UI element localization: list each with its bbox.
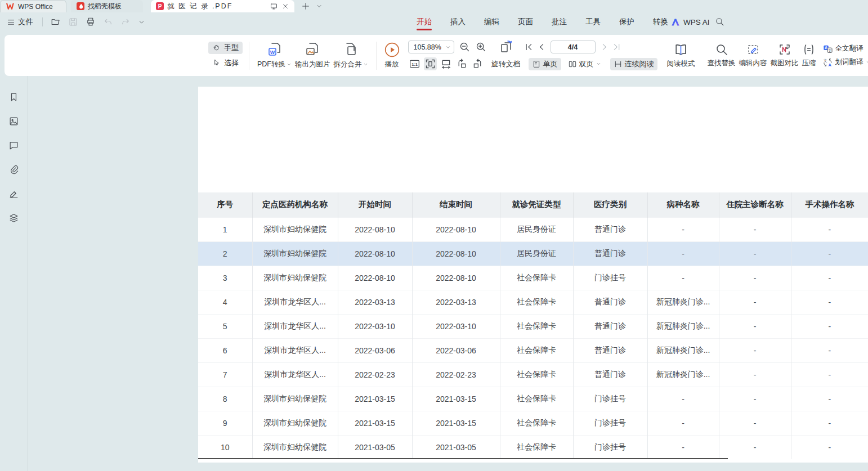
redo-button[interactable]: [119, 16, 132, 28]
next-page-button[interactable]: [599, 42, 609, 52]
table-cell: 2: [198, 241, 252, 266]
zoom-level-select[interactable]: 105.88%: [408, 41, 454, 53]
column-header: 医疗类别: [573, 192, 647, 217]
zoom-out-button[interactable]: [459, 41, 471, 53]
rotate-right-button[interactable]: [471, 57, 484, 70]
menu-page[interactable]: 页面: [517, 13, 534, 31]
table-cell: 2021-03-05: [338, 435, 412, 459]
table-cell: -: [719, 411, 791, 435]
hamburger-icon: [7, 18, 15, 26]
read-mode-button[interactable]: 阅读模式: [665, 43, 697, 69]
file-menu-button[interactable]: 文件: [5, 16, 35, 28]
rotate-document-button[interactable]: 旋转文档: [488, 58, 524, 70]
table-cell: 新冠肺炎门诊...: [647, 290, 719, 314]
table-cell: -: [719, 217, 791, 241]
edit-content-button[interactable]: 编辑内容: [737, 43, 769, 68]
fit-width-button[interactable]: [440, 57, 453, 70]
save-button[interactable]: [67, 16, 79, 28]
menu-protect[interactable]: 保护: [618, 13, 636, 31]
wps-ai-button[interactable]: WPS AI: [671, 12, 710, 32]
play-button[interactable]: 播放: [383, 42, 401, 69]
bookmarks-panel-button[interactable]: [7, 91, 20, 104]
menu-tools[interactable]: 工具: [584, 13, 602, 31]
window-tab-bar: WPS Office 找稻壳模板 P 就 医 记 录 .PDF: [0, 0, 868, 12]
table-cell: 2022-03-10: [412, 314, 500, 338]
column-header: 住院主诊断名称: [719, 192, 791, 217]
first-page-button[interactable]: [524, 42, 534, 52]
undo-button[interactable]: [102, 16, 114, 28]
ribbon-panel: 手型 选择 W PDF转换 输出为图片 拆分合并 播放: [5, 35, 868, 76]
new-tab-plus-icon[interactable]: [301, 2, 310, 11]
word-translate-button[interactable]: 文 A 划词翻译: [822, 57, 868, 68]
play-label: 播放: [385, 60, 399, 69]
layers-panel-button[interactable]: [7, 212, 20, 225]
find-replace-button[interactable]: 查找替换: [706, 43, 737, 68]
full-text-translate-button[interactable]: A 文 全文翻译: [822, 44, 868, 54]
table-cell: -: [719, 435, 791, 459]
table-cell: 普通门诊: [573, 241, 647, 266]
screenshot-compare-button[interactable]: 截图对比: [769, 43, 800, 68]
fit-page-button[interactable]: [424, 57, 437, 70]
table-cell: 深圳市妇幼保健院: [252, 435, 338, 459]
quickbar-chevron-icon[interactable]: [137, 17, 146, 27]
actual-size-button[interactable]: 1:1: [408, 57, 421, 70]
select-tool-button[interactable]: 选择: [208, 57, 243, 69]
table-cell: 深圳市龙华区人...: [252, 314, 338, 338]
table-cell: -: [647, 387, 719, 411]
export-image-button[interactable]: 输出为图片: [293, 42, 332, 69]
last-page-button[interactable]: [612, 42, 621, 52]
menu-row: 文件 开始 插入 编辑 页面 批注 工具 保护 转换 WPS AI: [0, 12, 868, 32]
main-menu: 开始 插入 编辑 页面 批注 工具 保护 转换: [415, 12, 669, 32]
thumbnails-panel-button[interactable]: [7, 115, 20, 128]
attachments-panel-button[interactable]: [7, 163, 20, 176]
full-translate-icon: A 文: [822, 44, 833, 54]
comments-panel-button[interactable]: [7, 139, 20, 152]
pdf-convert-button[interactable]: W PDF转换: [256, 42, 293, 69]
page-number-input[interactable]: 4/4: [551, 41, 596, 53]
table-cell: -: [647, 217, 719, 241]
table-cell: 2022-08-10: [412, 266, 500, 290]
close-tab-icon[interactable]: [281, 2, 289, 10]
hand-tool-button[interactable]: 手型: [208, 42, 243, 54]
menu-insert[interactable]: 插入: [449, 13, 467, 31]
svg-text:W: W: [270, 50, 275, 55]
rotate-left-button[interactable]: [455, 57, 468, 70]
table-cell: 2022-08-10: [412, 241, 500, 266]
column-header: 序号: [198, 192, 252, 217]
table-cell: 8: [198, 387, 252, 411]
open-file-button[interactable]: [50, 16, 62, 28]
compress-button[interactable]: 压缩: [800, 43, 818, 68]
monitor-icon[interactable]: [270, 2, 278, 11]
menu-edit[interactable]: 编辑: [483, 13, 500, 31]
rotate-document-icon[interactable]: [499, 40, 514, 54]
menu-home[interactable]: 开始: [415, 13, 433, 31]
split-merge-button[interactable]: 拆分合并: [332, 42, 370, 69]
print-button[interactable]: [84, 16, 97, 28]
table-cell: -: [647, 435, 719, 459]
table-cell: 深圳市妇幼保健院: [252, 387, 338, 411]
tab-label: 找稻壳模板: [88, 2, 122, 11]
previous-page-button[interactable]: [537, 42, 547, 52]
signature-panel-button[interactable]: [7, 187, 20, 200]
tab-wps-office[interactable]: WPS Office: [0, 0, 66, 12]
tab-document-active[interactable]: P 就 医 记 录 .PDF: [151, 0, 294, 12]
menu-comment[interactable]: 批注: [551, 13, 568, 31]
table-cell: 普通门诊: [573, 290, 647, 314]
tab-list-chevron-icon[interactable]: [316, 3, 323, 10]
menu-search-button[interactable]: [715, 17, 724, 26]
continuous-read-button[interactable]: 连续阅读: [610, 58, 657, 70]
double-page-button[interactable]: 双页: [565, 58, 605, 70]
table-cell: 社会保障卡: [500, 314, 573, 338]
table-cell: -: [791, 435, 868, 459]
continuous-read-label: 连续阅读: [625, 59, 654, 69]
table-cell: 1: [198, 217, 252, 241]
table-cell: 2022-08-10: [338, 217, 412, 241]
tab-docer-templates[interactable]: 找稻壳模板: [71, 0, 143, 12]
table-cell: -: [791, 314, 868, 338]
menu-convert[interactable]: 转换: [652, 13, 669, 31]
docer-logo-icon: [77, 2, 84, 10]
zoom-in-button[interactable]: [475, 41, 487, 53]
table-cell: -: [791, 266, 868, 290]
single-page-button[interactable]: 单页: [529, 58, 561, 70]
double-page-label: 双页: [579, 59, 594, 69]
